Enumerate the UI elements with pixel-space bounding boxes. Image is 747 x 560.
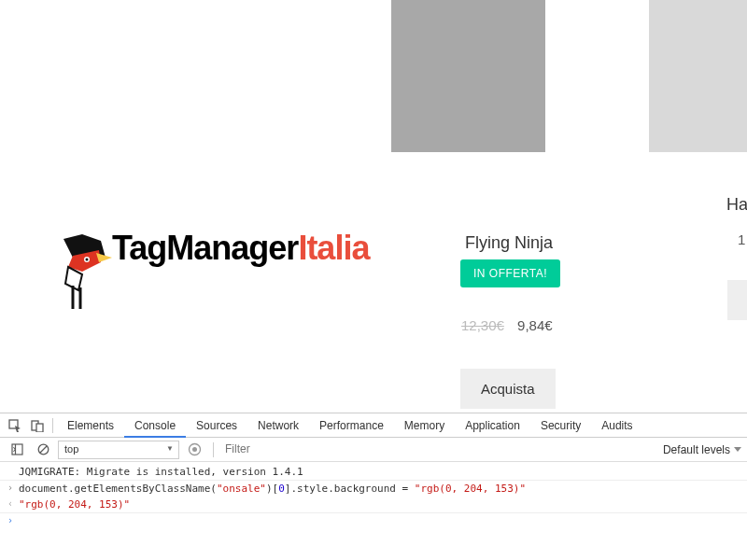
price-row: 12,30€ 9,84€ bbox=[461, 317, 553, 333]
buy-button-2[interactable]: Ac bbox=[727, 280, 747, 320]
svg-point-10 bbox=[192, 447, 197, 452]
tab-performance[interactable]: Performance bbox=[309, 413, 394, 438]
console-output-line: "rgb(0, 204, 153)" bbox=[19, 498, 741, 511]
logo: TagManagerItalia bbox=[47, 229, 430, 268]
clear-console-icon[interactable] bbox=[32, 439, 54, 461]
sale-badge: IN OFFERTA! bbox=[460, 259, 560, 287]
tab-memory[interactable]: Memory bbox=[394, 413, 455, 438]
console-filter-input[interactable] bbox=[221, 441, 567, 458]
log-levels-selector[interactable]: Default levels bbox=[663, 443, 741, 456]
svg-rect-4 bbox=[36, 424, 43, 432]
tab-audits[interactable]: Audits bbox=[591, 413, 642, 438]
console-output[interactable]: JQMIGRATE: Migrate is installed, version… bbox=[0, 462, 747, 529]
tab-security[interactable]: Security bbox=[530, 413, 591, 438]
product-image-tshirt[interactable] bbox=[649, 0, 747, 152]
logo-text-main: TagManager bbox=[112, 229, 298, 267]
context-selector[interactable]: top bbox=[58, 441, 179, 459]
devtools-tabbar: Elements Console Sources Network Perform… bbox=[0, 413, 747, 438]
tab-network[interactable]: Network bbox=[247, 413, 309, 438]
price-2: 1 bbox=[738, 231, 745, 247]
tab-elements[interactable]: Elements bbox=[57, 413, 124, 438]
product-title-2[interactable]: Hap bbox=[726, 195, 747, 215]
output-caret-icon: ‹ bbox=[7, 498, 19, 509]
buy-button[interactable]: Acquista bbox=[460, 369, 556, 409]
old-price: 12,30€ bbox=[461, 317, 504, 333]
devtools-panel: Elements Console Sources Network Perform… bbox=[0, 413, 747, 560]
product-image-ninja[interactable] bbox=[391, 0, 545, 152]
svg-rect-5 bbox=[12, 444, 22, 455]
tab-application[interactable]: Application bbox=[455, 413, 530, 438]
device-toolbar-icon[interactable] bbox=[26, 414, 49, 437]
tab-sources[interactable]: Sources bbox=[186, 413, 247, 438]
page-content: TagManagerItalia Flying Ninja IN OFFERTA… bbox=[0, 0, 747, 413]
console-input-line: document.getElementsByClassName("onsale"… bbox=[19, 483, 741, 495]
inspect-element-icon[interactable] bbox=[4, 414, 26, 437]
svg-line-8 bbox=[40, 446, 47, 453]
console-log-line: JQMIGRATE: Migrate is installed, version… bbox=[19, 466, 741, 478]
new-price: 9,84€ bbox=[517, 317, 553, 333]
prompt-caret-icon: › bbox=[7, 515, 19, 525]
console-toolbar: top Default levels bbox=[0, 438, 747, 462]
input-caret-icon: › bbox=[7, 483, 19, 493]
logo-text-italia: Italia bbox=[298, 229, 369, 267]
product-title[interactable]: Flying Ninja bbox=[465, 233, 553, 253]
tab-console[interactable]: Console bbox=[124, 413, 186, 438]
live-expression-icon[interactable] bbox=[183, 439, 205, 461]
console-sidebar-icon[interactable] bbox=[6, 439, 28, 461]
